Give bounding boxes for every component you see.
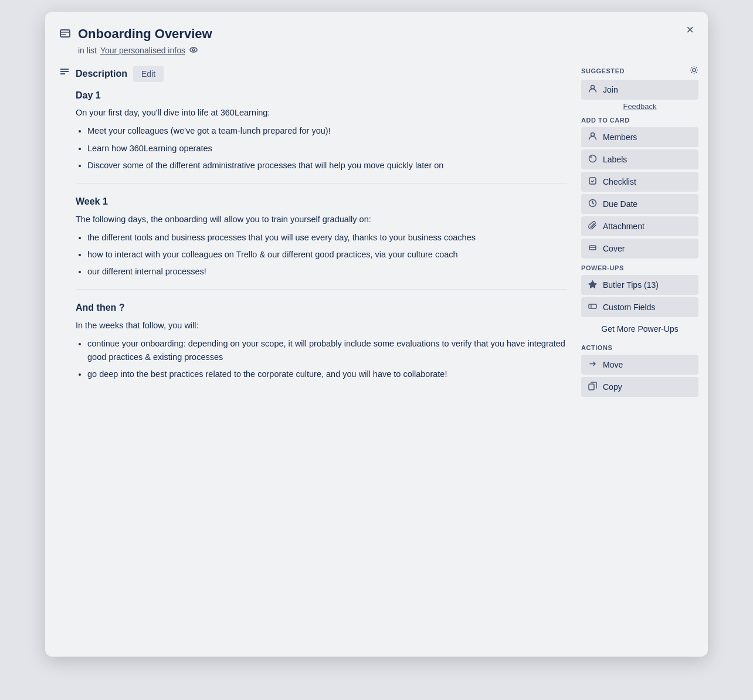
modal-body: Description Edit Day 1 On your first day… [45, 61, 708, 657]
cover-icon [588, 243, 597, 254]
list-item: Learn how 360Learning operates [87, 142, 567, 155]
power-ups-label: POWER-UPS [581, 264, 698, 271]
actions-label: ACTIONS [581, 344, 698, 351]
suggested-label: SUGGESTED [581, 66, 698, 76]
custom-fields-label: Custom Fields [603, 303, 655, 312]
butler-icon [588, 280, 597, 290]
day1-heading: Day 1 [76, 88, 567, 103]
edit-button[interactable]: Edit [133, 66, 164, 82]
butler-tips-label: Butler Tips (13) [603, 280, 659, 290]
andthen-intro: In the weeks that follow, you will: [76, 319, 567, 332]
labels-icon [588, 154, 597, 165]
attachment-label: Attachment [603, 222, 645, 231]
card-icon [59, 28, 71, 43]
members-button[interactable]: Members [581, 127, 698, 147]
week1-heading: Week 1 [76, 194, 567, 209]
labels-button[interactable]: Labels [581, 149, 698, 169]
week1-intro: The following days, the onboarding will … [76, 213, 567, 226]
clock-icon [588, 199, 597, 209]
modal-header: Onboarding Overview in list Your persona… [45, 12, 708, 61]
list-item: the different tools and business process… [87, 231, 567, 244]
andthen-heading: And then ? [76, 300, 567, 315]
list-item: our different internal processes! [87, 265, 567, 278]
gear-icon[interactable] [690, 66, 698, 76]
move-button[interactable]: Move [581, 355, 698, 375]
cover-button[interactable]: Cover [581, 239, 698, 259]
svg-rect-0 [60, 30, 70, 37]
cover-label: Cover [603, 244, 625, 253]
svg-point-4 [192, 49, 195, 51]
description-section: Description Edit Day 1 On your first day… [59, 66, 567, 382]
card-modal: Onboarding Overview in list Your persona… [45, 12, 708, 657]
custom-fields-icon [588, 302, 597, 312]
butler-tips-button[interactable]: Butler Tips (13) [581, 275, 698, 295]
due-date-button[interactable]: Due Date [581, 194, 698, 214]
checklist-icon [588, 176, 597, 187]
week1-list: the different tools and business process… [87, 231, 567, 279]
description-header: Description Edit [59, 66, 567, 82]
attachment-button[interactable]: Attachment [581, 216, 698, 236]
get-more-button[interactable]: Get More Power-Ups [581, 320, 698, 338]
svg-rect-20 [589, 384, 594, 390]
list-item: Discover some of the different administr… [87, 159, 567, 172]
svg-rect-13 [589, 178, 596, 184]
subtitle-prefix: in list [78, 46, 97, 55]
get-more-label: Get More Power-Ups [601, 324, 678, 334]
attachment-icon [588, 221, 597, 232]
svg-rect-18 [589, 304, 596, 308]
list-item: go deep into the best practices related … [87, 368, 567, 381]
card-title: Onboarding Overview [78, 26, 684, 43]
svg-point-8 [693, 69, 696, 72]
move-icon [588, 359, 597, 370]
add-to-card-label: ADD TO CARD [581, 117, 698, 124]
description-title: Description [76, 69, 127, 79]
sidebar: SUGGESTED Join Feedback [581, 61, 698, 643]
header-content: Onboarding Overview in list Your persona… [78, 26, 684, 56]
members-icon [588, 132, 597, 142]
checklist-label: Checklist [603, 177, 636, 186]
section-divider [76, 289, 567, 290]
feedback-link[interactable]: Feedback [581, 102, 698, 111]
due-date-label: Due Date [603, 199, 637, 209]
list-item: continue your onboarding: depending on y… [87, 337, 567, 364]
andthen-list: continue your onboarding: depending on y… [87, 337, 567, 382]
close-button[interactable]: × [681, 21, 698, 39]
svg-point-12 [591, 156, 592, 157]
svg-point-11 [589, 155, 596, 162]
description-icon [59, 67, 70, 80]
day1-list: Meet your colleagues (we've got a team-l… [87, 124, 567, 172]
custom-fields-button[interactable]: Custom Fields [581, 297, 698, 317]
description-content: Day 1 On your first day, you'll dive int… [59, 88, 567, 382]
list-name-link[interactable]: Your personalised infos [100, 46, 185, 55]
watch-icon[interactable] [189, 45, 198, 56]
members-label: Members [603, 132, 637, 142]
copy-button[interactable]: Copy [581, 377, 698, 397]
section-divider [76, 183, 567, 184]
join-label: Join [603, 85, 618, 94]
join-button[interactable]: Join [581, 80, 698, 100]
day1-intro: On your first day, you'll dive into life… [76, 106, 567, 120]
card-subtitle: in list Your personalised infos [78, 45, 684, 56]
labels-label: Labels [603, 155, 627, 164]
list-item: Meet your colleagues (we've got a team-l… [87, 124, 567, 138]
list-item: how to interact with your colleagues on … [87, 248, 567, 261]
svg-marker-17 [589, 281, 596, 288]
svg-point-10 [591, 132, 595, 136]
move-label: Move [603, 360, 623, 369]
person-icon [588, 84, 597, 95]
copy-label: Copy [603, 382, 622, 392]
svg-point-3 [190, 47, 197, 52]
svg-point-9 [591, 85, 595, 89]
copy-icon [588, 382, 597, 392]
checklist-button[interactable]: Checklist [581, 172, 698, 192]
main-content: Description Edit Day 1 On your first day… [55, 61, 572, 643]
